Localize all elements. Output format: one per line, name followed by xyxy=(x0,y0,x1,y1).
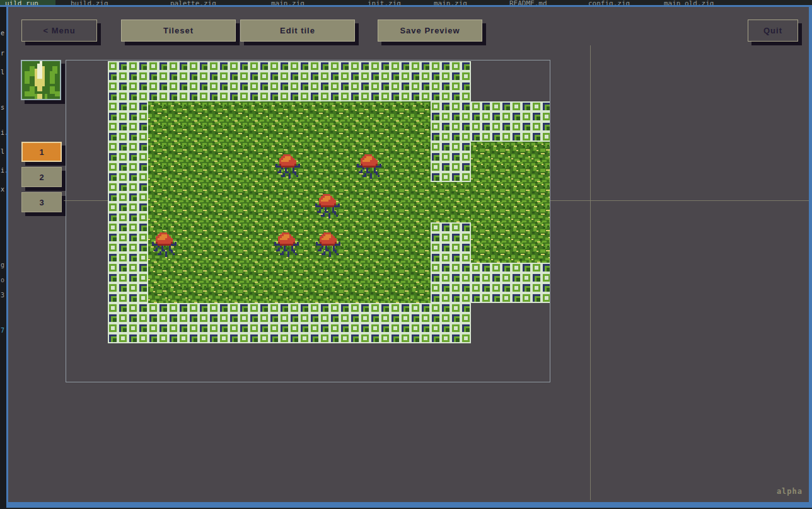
layer-3-button[interactable]: 3 xyxy=(21,192,62,212)
editor-text-fragment: l xyxy=(1,69,4,76)
tileset-button[interactable]: Tileset xyxy=(121,20,236,42)
editor-text-fragment: 7 xyxy=(1,328,4,334)
editor-text-fragment: o xyxy=(1,277,4,283)
window-frame-right xyxy=(809,5,812,508)
editor-text-fragment: r xyxy=(1,50,4,57)
editor-tab[interactable]: build.zig xyxy=(71,0,108,5)
editor-tab[interactable]: config.zig xyxy=(588,0,630,5)
editor-tab[interactable]: uild run xyxy=(5,0,38,5)
quit-button[interactable]: Quit xyxy=(748,20,798,42)
tilemap xyxy=(66,60,550,382)
guide-line-horizontal xyxy=(550,200,809,201)
screen: uild runbuild.zigpalette.zigmain.ziginit… xyxy=(0,0,812,509)
editor-tab[interactable]: init.zig xyxy=(368,0,401,5)
selected-tile-preview[interactable] xyxy=(21,60,61,100)
editor-text-fragment: i. xyxy=(1,168,6,174)
save-preview-button[interactable]: Save Preview xyxy=(378,20,482,42)
version-label: alpha xyxy=(777,487,803,496)
edit-tile-button[interactable]: Edit tile xyxy=(240,20,355,42)
editor-tab[interactable]: README.md xyxy=(509,0,547,5)
editor-left-sliver: erlsi.li.xgo37 xyxy=(0,5,6,509)
editor-text-fragment: l xyxy=(1,149,4,155)
editor-text-fragment: x xyxy=(1,186,4,193)
map-editor-window: < Menu Tileset Edit tile Save Preview Qu… xyxy=(8,7,809,502)
editor-tab[interactable]: palette.zig xyxy=(170,0,216,5)
map-canvas[interactable] xyxy=(66,60,550,382)
editor-tab[interactable]: main_old.zig xyxy=(664,0,714,5)
editor-text-fragment: s xyxy=(1,105,4,111)
editor-text-fragment: g xyxy=(1,262,4,268)
menu-button[interactable]: < Menu xyxy=(21,20,97,42)
layer-2-button[interactable]: 2 xyxy=(21,167,62,187)
editor-tab[interactable]: main.zig xyxy=(434,0,467,5)
editor-text-fragment: 3 xyxy=(1,292,4,299)
editor-text-fragment: i. xyxy=(1,130,6,136)
guide-line-vertical xyxy=(590,45,591,500)
editor-text-fragment: e xyxy=(1,30,4,37)
editor-tab-bar: uild runbuild.zigpalette.zigmain.ziginit… xyxy=(0,0,812,5)
window-frame-bottom xyxy=(6,502,812,508)
layer-1-button[interactable]: 1 xyxy=(21,142,62,162)
grass-blade-tile-art xyxy=(22,61,60,99)
editor-tab[interactable]: main.zig xyxy=(271,0,304,5)
